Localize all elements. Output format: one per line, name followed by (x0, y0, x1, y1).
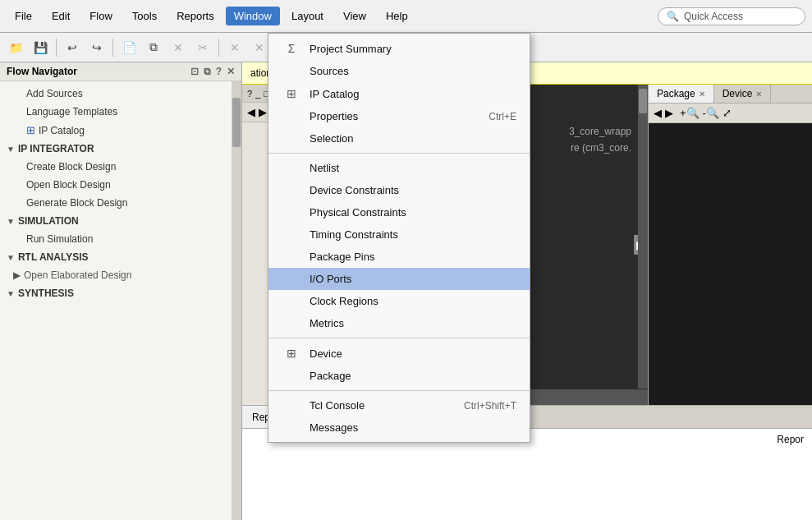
new-button[interactable]: 📄 (118, 37, 140, 58)
menu-item-selection[interactable]: Selection (268, 127, 530, 150)
ip-integrator-label: IP INTEGRATOR (18, 143, 94, 154)
nav-help-icon[interactable]: ? (216, 66, 222, 77)
redo-button[interactable]: ↪ (86, 37, 108, 58)
right-forward-icon[interactable]: ▶ (665, 107, 673, 119)
menu-item-messages[interactable]: Messages (268, 416, 530, 439)
menu-layout[interactable]: Layout (283, 7, 332, 25)
nav-section-synthesis[interactable]: ▼ SYNTHESIS (0, 284, 241, 302)
rtl-arrow: ▼ (7, 253, 15, 262)
schematic-text-2: re (cm3_core. (571, 142, 631, 154)
nav-section-ip-integrator[interactable]: ▼ IP INTEGRATOR (0, 140, 241, 158)
nav-section-rtl[interactable]: ▼ RTL ANALYSIS (0, 248, 241, 266)
menu-item-timing-constraints[interactable]: Timing Constraints (268, 223, 530, 246)
menu-item-netlist[interactable]: Netlist (268, 157, 530, 179)
menu-item-device-constraints[interactable]: Device Constraints (268, 179, 530, 201)
right-zoomin-icon[interactable]: +🔍 (680, 107, 700, 119)
menu-tools[interactable]: Tools (124, 7, 165, 25)
right-zoomout-icon[interactable]: -🔍 (703, 107, 719, 119)
undo-button[interactable]: ↩ (62, 37, 83, 58)
nav-open-elaborated-label: Open Elaborated Design (24, 269, 131, 281)
nav-open-elaborated[interactable]: ▶ Open Elaborated Design (0, 266, 241, 284)
quick-access-bar[interactable]: 🔍 Quick Access (658, 7, 805, 25)
tab-device[interactable]: Device ✕ (714, 85, 772, 103)
menu-item-package-pins-label: Package Pins (310, 251, 508, 263)
right-panel-tabs: Package ✕ Device ✕ (649, 85, 812, 104)
rtl-label: RTL ANALYSIS (18, 251, 89, 263)
device-menu-icon: ⊞ (282, 347, 301, 360)
copy-button[interactable]: ⧉ (143, 37, 164, 58)
menu-item-clock-regions[interactable]: Clock Regions (268, 290, 530, 312)
flow-nav-header: Flow Navigator ⊡ ⧉ ? ✕ (0, 62, 241, 81)
menu-help[interactable]: Help (378, 7, 416, 25)
tab-package-label: Package (657, 88, 695, 99)
forward-icon[interactable]: ▶ (259, 106, 267, 118)
menu-item-device[interactable]: ⊞ Device (268, 342, 530, 365)
nav-add-sources[interactable]: Add Sources (0, 85, 241, 103)
nav-language-templates[interactable]: Language Templates (0, 103, 241, 121)
menu-item-properties-label: Properties (310, 110, 480, 122)
menu-item-physical-constraints[interactable]: Physical Constraints (268, 201, 530, 223)
open-button[interactable]: 📁 (5, 37, 26, 58)
menu-item-project-summary-label: Project Summary (310, 43, 508, 55)
right-panel-nav: ◀ ▶ +🔍 -🔍 ⤢ (649, 104, 812, 123)
tab-package-close[interactable]: ✕ (699, 90, 705, 99)
nav-open-block-design[interactable]: Open Block Design (0, 176, 241, 194)
menu-reports[interactable]: Reports (168, 7, 222, 25)
menu-item-device-label: Device (310, 347, 508, 360)
right-fit-icon[interactable]: ⤢ (723, 107, 732, 119)
menu-item-io-ports-label: I/O Ports (310, 273, 508, 285)
nav-ip-catalog-label: IP Catalog (39, 125, 85, 136)
cut-icon: ✕ (224, 37, 245, 58)
schematic-vscroll-thumb[interactable] (639, 89, 647, 113)
nav-section-simulation[interactable]: ▼ SIMULATION (0, 212, 241, 230)
menu-item-tcl-console[interactable]: Tcl Console Ctrl+Shift+T (268, 394, 530, 416)
search-icon: 🔍 (667, 11, 679, 22)
menu-edit[interactable]: Edit (44, 7, 78, 25)
menu-item-project-summary[interactable]: Σ Project Summary (268, 37, 530, 60)
scissors-button[interactable]: ✂ (192, 37, 213, 58)
nav-generate-block-design[interactable]: Generate Block Design (0, 194, 241, 212)
save-button[interactable]: 💾 (30, 37, 51, 58)
nav-close-icon[interactable]: ✕ (227, 66, 235, 77)
tab-package[interactable]: Package ✕ (649, 85, 714, 103)
schematic-vscroll[interactable] (638, 85, 648, 389)
menu-flow[interactable]: Flow (81, 7, 120, 25)
menu-item-clock-regions-label: Clock Regions (310, 295, 508, 307)
nav-create-block-design[interactable]: Create Block Design (0, 158, 241, 176)
synthesis-arrow: ▼ (7, 289, 15, 298)
tab-device-label: Device (723, 88, 753, 99)
menu-file[interactable]: File (7, 7, 40, 25)
ip-catalog-icon: ⊞ (26, 124, 35, 136)
menu-item-sources[interactable]: Sources (268, 60, 530, 82)
menu-item-package-pins[interactable]: Package Pins (268, 246, 530, 268)
close-button[interactable]: ✕ (167, 37, 189, 58)
menu-item-properties-shortcut: Ctrl+E (489, 111, 516, 122)
nav-run-simulation[interactable]: Run Simulation (0, 230, 241, 248)
tab-device-close[interactable]: ✕ (755, 90, 762, 99)
ip-integrator-arrow: ▼ (7, 145, 15, 154)
menu-item-tcl-console-label: Tcl Console (310, 399, 456, 412)
menu-view[interactable]: View (335, 7, 374, 25)
nav-ip-catalog[interactable]: ⊞ IP Catalog (0, 121, 241, 140)
menu-item-ip-catalog[interactable]: ⊞ IP Catalog (268, 82, 530, 105)
nav-pin-icon[interactable]: ⊡ (190, 66, 199, 77)
menubar: File Edit Flow Tools Reports Window Layo… (0, 0, 812, 33)
menu-item-metrics[interactable]: Metrics (268, 312, 530, 334)
flow-nav-title: Flow Navigator (7, 66, 77, 77)
window-dropdown-menu: Σ Project Summary Sources ⊞ IP Catalog P… (268, 33, 530, 443)
menu-item-package[interactable]: Package (268, 365, 530, 387)
menu-item-netlist-label: Netlist (310, 162, 508, 174)
nav-float-icon[interactable]: ⧉ (204, 66, 211, 77)
minimize-icon[interactable]: _ (255, 89, 260, 99)
back-icon[interactable]: ◀ (247, 106, 255, 118)
simulation-label: SIMULATION (18, 215, 79, 227)
help-icon[interactable]: ? (247, 89, 252, 99)
nav-scrollbar-thumb[interactable] (232, 98, 241, 147)
right-back-icon[interactable]: ◀ (654, 107, 662, 119)
menu-window[interactable]: Window (226, 7, 280, 25)
menu-item-io-ports[interactable]: I/O Ports (268, 268, 530, 290)
menu-item-selection-label: Selection (310, 132, 508, 145)
menu-item-physical-constraints-label: Physical Constraints (310, 206, 508, 219)
menu-item-properties[interactable]: Properties Ctrl+E (268, 105, 530, 127)
nav-scrollbar[interactable] (232, 81, 241, 520)
